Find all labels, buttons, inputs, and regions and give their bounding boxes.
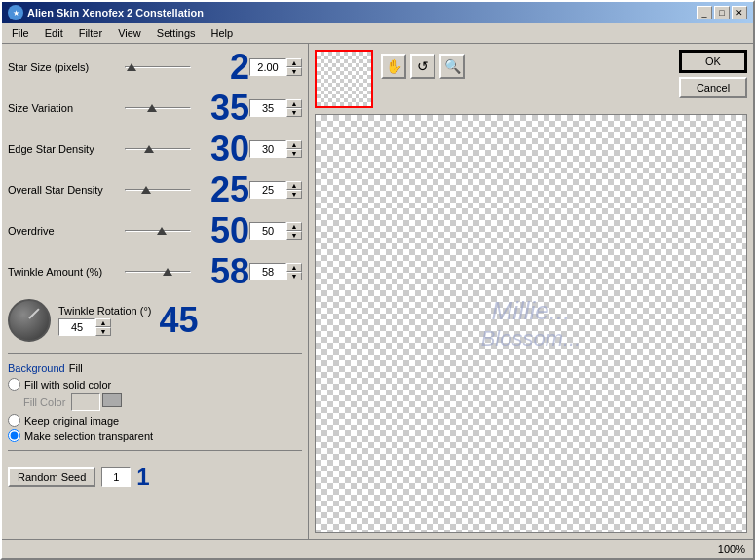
slider-size-variation-track[interactable] [125, 107, 191, 109]
twinkle-rotation-section: Twinkle Rotation (°) ▲ ▼ 45 [8, 299, 302, 342]
radio-solid-label: Fill with solid color [24, 379, 111, 391]
slider-overall-star-density: Overall Star Density 25 ▲ ▼ [8, 172, 302, 207]
radio-solid-input[interactable] [8, 378, 20, 391]
seed-display-number: 1 [136, 464, 149, 491]
menu-edit[interactable]: Edit [39, 25, 69, 41]
bg-title-row: Background Fill [8, 362, 302, 374]
slider-star-size: Star Size (pixels) 2 ▲ ▼ [8, 50, 302, 85]
spinner-overdrive-input[interactable] [249, 222, 286, 240]
color-swatch-dark[interactable] [102, 393, 122, 407]
slider-star-size-thumb[interactable] [127, 63, 136, 71]
spinner-overdrive-up[interactable]: ▲ [286, 222, 302, 231]
slider-overdrive-track[interactable] [125, 230, 191, 232]
twinkle-rotation-label: Twinkle Rotation (°) [58, 305, 152, 317]
slider-overall-star-density-thumb[interactable] [141, 186, 151, 194]
spinner-twinkle-amount-input[interactable] [249, 263, 286, 280]
spinner-overdrive-down[interactable]: ▼ [286, 231, 302, 240]
cancel-button[interactable]: Cancel [679, 77, 747, 98]
spinner-size-variation-down[interactable]: ▼ [286, 108, 302, 117]
slider-edge-star-density-track[interactable] [125, 148, 191, 150]
star-text-overlay: Millie... Blossom... [481, 296, 582, 352]
slider-overdrive-bignum: 50 [191, 213, 249, 248]
menu-settings[interactable]: Settings [151, 25, 202, 41]
spinner-size-variation-btns: ▲ ▼ [286, 99, 302, 117]
menu-file[interactable]: File [6, 25, 35, 41]
spinner-star-size-input[interactable] [249, 58, 286, 76]
slider-overdrive-thumb[interactable] [157, 227, 167, 235]
spinner-star-size-down[interactable]: ▼ [286, 67, 302, 76]
fill-color-label: Fill Color [23, 396, 65, 408]
radio-transparent-input[interactable] [8, 429, 20, 442]
slider-twinkle-amount-label: Twinkle Amount (%) [8, 266, 125, 278]
rotate-tool-button[interactable]: ↺ [410, 54, 435, 79]
twinkle-rotation-dial[interactable] [8, 299, 51, 342]
twinkle-controls: Twinkle Rotation (°) ▲ ▼ [58, 305, 152, 336]
star-text-line2: Blossom... [481, 326, 582, 352]
background-section: Background Fill Fill with solid color Fi… [8, 362, 302, 445]
radio-original-label: Keep original image [24, 415, 119, 427]
spinner-size-variation-input[interactable] [249, 99, 286, 117]
spinner-overall-star-density-input[interactable] [249, 181, 286, 199]
spinner-overdrive: ▲ ▼ [249, 222, 302, 240]
spinner-edge-star-density: ▲ ▼ [249, 140, 302, 158]
twinkle-rotation-bignum: 45 [160, 303, 199, 338]
slider-overall-star-density-track[interactable] [125, 189, 191, 191]
spinner-twinkle-amount-down[interactable]: ▼ [286, 272, 302, 280]
slider-overall-star-density-bignum: 25 [191, 172, 249, 207]
spinner-edge-star-density-input[interactable] [249, 140, 286, 158]
spinner-twinkle-rotation-down[interactable]: ▼ [95, 327, 111, 336]
seed-input[interactable] [101, 467, 131, 487]
spinner-twinkle-rotation: ▲ ▼ [58, 318, 152, 336]
color-swatch-light[interactable] [71, 393, 100, 411]
spinner-overall-star-density-down[interactable]: ▼ [286, 190, 302, 199]
preview-icons: ✋ ↺ 🔍 [381, 50, 465, 108]
spinner-twinkle-amount-up[interactable]: ▲ [286, 263, 302, 272]
color-swatches [71, 393, 122, 411]
status-bar: 100% [2, 539, 753, 558]
slider-edge-star-density-thumb[interactable] [144, 145, 154, 153]
minimize-button[interactable]: _ [697, 6, 712, 19]
menu-help[interactable]: Help [206, 25, 240, 41]
random-seed-button[interactable]: Random Seed [8, 467, 95, 487]
spinner-twinkle-rotation-input[interactable] [58, 318, 95, 336]
menubar: File Edit Filter View Settings Help [2, 23, 753, 44]
preview-thumbnail[interactable] [315, 50, 373, 108]
spinner-overall-star-density-up[interactable]: ▲ [286, 181, 302, 190]
spinner-star-size: ▲ ▼ [249, 58, 302, 76]
left-panel: Star Size (pixels) 2 ▲ ▼ Size Variation [2, 44, 309, 539]
slider-twinkle-amount-track[interactable] [125, 271, 191, 273]
main-window: ★ Alien Skin Xenofex 2 Constellation _ □… [0, 0, 755, 560]
title-bar: ★ Alien Skin Xenofex 2 Constellation _ □… [2, 2, 753, 23]
spinner-size-variation-up[interactable]: ▲ [286, 99, 302, 108]
slider-overdrive: Overdrive 50 ▲ ▼ [8, 213, 302, 248]
title-buttons: _ □ ✕ [697, 6, 747, 19]
app-icon: ★ [8, 5, 23, 20]
maximize-button[interactable]: □ [714, 6, 730, 19]
spinner-edge-star-density-up[interactable]: ▲ [286, 140, 302, 149]
window-title: Alien Skin Xenofex 2 Constellation [27, 7, 204, 19]
slider-twinkle-amount-thumb[interactable] [163, 268, 172, 276]
radio-transparent-label: Make selection transparent [24, 430, 153, 442]
ok-button[interactable]: OK [679, 50, 747, 73]
radio-original-input[interactable] [8, 414, 20, 427]
slider-star-size-track[interactable] [125, 66, 191, 68]
title-bar-left: ★ Alien Skin Xenofex 2 Constellation [8, 5, 204, 20]
menu-view[interactable]: View [112, 25, 147, 41]
spinner-star-size-up[interactable]: ▲ [286, 58, 302, 67]
hand-tool-button[interactable]: ✋ [381, 54, 406, 79]
dial-indicator [28, 308, 39, 318]
seed-row: Random Seed 1 [8, 464, 302, 491]
spinner-edge-star-density-down[interactable]: ▼ [286, 149, 302, 158]
spinner-twinkle-rotation-up[interactable]: ▲ [95, 318, 111, 327]
radio-transparent: Make selection transparent [8, 429, 302, 442]
zoom-level: 100% [718, 543, 745, 555]
close-button[interactable]: ✕ [732, 6, 747, 19]
divider-2 [8, 450, 302, 451]
main-preview-area[interactable]: Millie... Blossom... [315, 114, 747, 533]
slider-size-variation: Size Variation 35 ▲ ▼ [8, 91, 302, 126]
slider-size-variation-thumb[interactable] [147, 104, 157, 112]
zoom-tool-button[interactable]: 🔍 [439, 54, 465, 79]
menu-filter[interactable]: Filter [73, 25, 108, 41]
slider-star-size-bignum: 2 [191, 50, 249, 85]
spinner-overall-star-density-btns: ▲ ▼ [286, 181, 302, 199]
